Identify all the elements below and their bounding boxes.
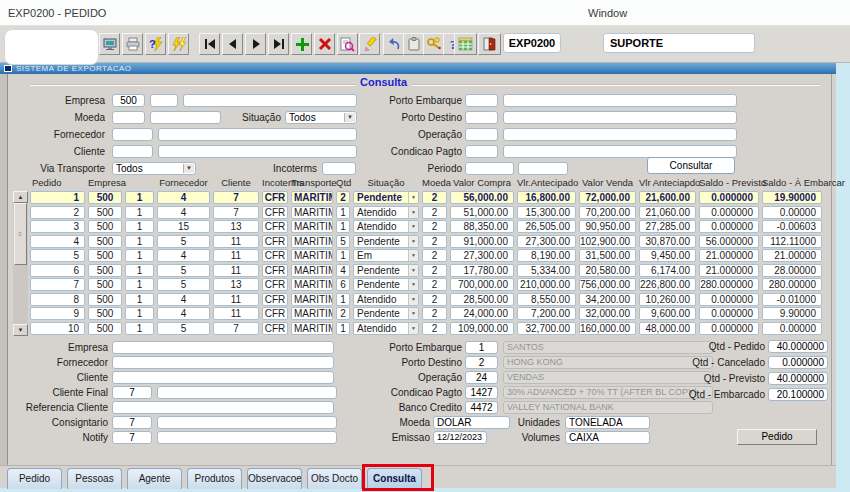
grid-cell-transporte[interactable]: MARITIMO [291,206,333,219]
query-periodo-from-field[interactable] [465,162,514,175]
grid-cell-cliente[interactable]: 11 [213,307,259,320]
grid-cell-empresa[interactable]: 500 [88,307,122,320]
grid-cell-qtd[interactable]: 1 [336,322,350,335]
grid-cell-valor_venda[interactable]: 34,200.00 [579,293,636,306]
consigntario-cod-field[interactable]: 7 [112,416,152,429]
query-fornecedor-desc-field[interactable] [158,128,357,141]
grid-cell-transporte[interactable]: MARITIMO [291,322,333,335]
query-cliente-desc-field[interactable] [158,145,357,158]
grid-cell-valor_venda[interactable]: 90,950.00 [579,220,636,233]
grid-cell-filial[interactable]: 1 [125,322,154,335]
condicao-pagto-cod-field[interactable]: 1427 [465,386,498,399]
grid-cell-fornecedor[interactable]: 4 [157,307,210,320]
grid-cell-moeda[interactable]: 2 [422,293,447,306]
grid-cell-filial[interactable]: 1 [125,206,154,219]
grid-cell-vlr_anteciapdo[interactable]: 30,870.00 [639,235,696,248]
grid-cell-vlr_antecipado[interactable]: 7,200.00 [517,307,576,320]
chevron-down-icon[interactable]: ▼ [408,308,418,319]
grid-cell-fornecedor[interactable]: 4 [157,249,210,262]
scrollbar-down-arrow[interactable]: ▼ [13,324,28,336]
grid-cell-saldo_previsto[interactable]: 0.000000 [699,220,759,233]
grid-cell-vlr_antecipado[interactable]: 8,190.00 [517,249,576,262]
grid-cell-situacao[interactable]: Pendente▼ [353,264,419,277]
grid-cell-valor_compra[interactable]: 91,000.00 [450,235,514,248]
grid-cell-qtd[interactable]: 1 [336,293,350,306]
grid-cell-fornecedor[interactable]: 4 [157,206,210,219]
chevron-down-icon[interactable]: ▼ [408,207,418,218]
grid-cell-fornecedor[interactable]: 5 [157,278,210,291]
grid-cell-empresa[interactable]: 500 [88,278,122,291]
menu-item-window[interactable]: Window [588,7,627,19]
grid-cell-saldo_previsto[interactable]: 21.000000 [699,264,759,277]
grid-cell-saldo_previsto[interactable]: 280.000000 [699,278,759,291]
qtd-pedido-field[interactable]: 40.000000 [768,340,828,353]
grid-cell-vlr_anteciapdo[interactable]: 21,600.00 [639,191,696,204]
grid-cell-fornecedor[interactable]: 4 [157,293,210,306]
grid-cell-situacao[interactable]: Atendido▼ [353,206,419,219]
grid-cell-situacao[interactable]: Atendido▼ [353,322,419,335]
scrollbar-thumb[interactable]: ≡ [14,203,27,265]
grid-cell-situacao[interactable]: Pendente▼ [353,278,419,291]
grid-cell-saldo_embarcar[interactable]: 280.00000 [762,278,822,291]
chevron-down-icon[interactable]: ▼ [408,221,418,232]
grid-cell-transporte[interactable]: MARITIMO [291,191,333,204]
tab-produtos[interactable]: Produtos [187,468,242,489]
grid-cell-transporte[interactable]: MARITIMO [291,220,333,233]
grid-cell-moeda[interactable]: 2 [422,307,447,320]
first-record-button[interactable] [199,33,220,55]
grid-cell-cliente[interactable]: 11 [213,235,259,248]
grid-cell-vlr_antecipado[interactable]: 32,700.00 [517,322,576,335]
grid-cell-moeda[interactable]: 2 [422,322,447,335]
next-record-button[interactable] [245,33,266,55]
grid-cell-incoterms[interactable]: CFR [262,206,288,219]
tab-pedido[interactable]: Pedido [7,468,62,489]
chevron-down-icon[interactable]: ▼ [408,192,418,203]
query-situacao-dropdown[interactable]: Todos▼ [285,111,357,124]
grid-cell-empresa[interactable]: 500 [88,264,122,277]
grid-cell-qtd[interactable]: 2 [336,191,350,204]
grid-cell-saldo_previsto[interactable]: 56.000000 [699,235,759,248]
grid-cell-situacao[interactable]: Pendente▼ [353,191,419,204]
program-code-field[interactable]: EXP0200 [503,33,561,53]
query-moeda-field[interactable] [112,111,145,124]
grid-cell-incoterms[interactable]: CFR [262,235,288,248]
insert-record-button[interactable] [291,33,312,55]
grid-cell-vlr_anteciapdo[interactable]: 6,174.00 [639,264,696,277]
query-porto-embarque-field[interactable] [465,94,498,107]
grid-cell-situacao[interactable]: Atendido▼ [353,220,419,233]
grid-cell-situacao[interactable]: Pendente▼ [353,235,419,248]
grid-cell-saldo_embarcar[interactable]: 112.11000 [762,235,822,248]
grid-cell-cliente[interactable]: 13 [213,220,259,233]
grid-cell-valor_venda[interactable]: 756,000.00 [579,278,636,291]
grid-cell-fornecedor[interactable]: 5 [157,322,210,335]
grid-cell-incoterms[interactable]: CFR [262,322,288,335]
grid-cell-qtd[interactable]: 1 [336,249,350,262]
query-porto-destino-field[interactable] [465,111,498,124]
grid-cell-empresa[interactable]: 500 [88,220,122,233]
grid-cell-filial[interactable]: 1 [125,264,154,277]
grid-cell-cliente[interactable]: 13 [213,278,259,291]
grid-cell-saldo_previsto[interactable]: 0.000000 [699,322,759,335]
grid-cell-saldo_previsto[interactable]: 0.000000 [699,307,759,320]
query-periodo-to-field[interactable] [518,162,568,175]
grid-cell-saldo_embarcar[interactable]: -0.01000 [762,293,822,306]
query-condicao-pagto-field[interactable] [465,145,498,158]
grid-cell-empresa[interactable]: 500 [88,249,122,262]
tab-obs-docto[interactable]: Obs Docto [307,468,362,489]
grid-cell-cliente[interactable]: 7 [213,322,259,335]
grid-cell-moeda[interactable]: 2 [422,278,447,291]
grid-cell-vlr_antecipado[interactable]: 27,300.00 [517,235,576,248]
emissao-field[interactable]: 12/12/2023 [433,431,487,444]
clear-record-button[interactable] [359,33,380,55]
tab-pessoas[interactable]: Pessoas [67,468,122,489]
query-porto-embarque-desc-field[interactable] [503,94,737,107]
grid-cell-cliente[interactable]: 7 [213,206,259,219]
grid-cell-incoterms[interactable]: CFR [262,307,288,320]
grid-cell-saldo_embarcar[interactable]: 28.00000 [762,264,822,277]
query-empresa-field[interactable]: 500 [112,94,145,107]
last-record-button[interactable] [268,33,289,55]
grid-cell-moeda[interactable]: 2 [422,206,447,219]
qtd-embarcado-field[interactable]: 20.100000 [768,388,828,401]
grid-cell-empresa[interactable]: 500 [88,293,122,306]
volumes-field[interactable]: CAIXA [565,431,650,444]
